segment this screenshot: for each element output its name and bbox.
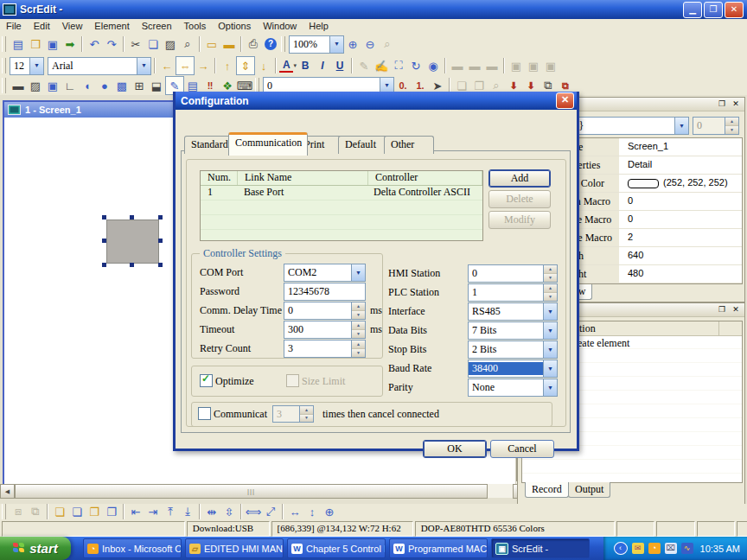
spin-up-icon[interactable]: ▲ bbox=[352, 340, 365, 349]
close-panel-icon[interactable]: ✕ bbox=[731, 99, 741, 109]
align-top-edges-icon[interactable]: ⤒ bbox=[162, 503, 179, 520]
zoom-out-icon[interactable]: ⊖ bbox=[361, 35, 379, 53]
horizontal-scrollbar[interactable]: ◀ ||| ▶ bbox=[0, 484, 527, 498]
horizontal-scroll-thumb[interactable]: ||| bbox=[15, 484, 488, 499]
polyline-icon[interactable]: ∟ bbox=[61, 77, 79, 94]
center-element-icon[interactable]: ◉ bbox=[425, 57, 442, 74]
redo-icon[interactable]: ↷ bbox=[103, 35, 120, 53]
new-icon[interactable]: ▤ bbox=[10, 35, 27, 53]
screen-index-spinner[interactable]: 0 ▲▼ bbox=[693, 117, 739, 135]
data-bits-combobox[interactable]: 7 Bits ▼ bbox=[468, 321, 558, 340]
space-down-icon[interactable]: ⤢ bbox=[262, 503, 279, 520]
zoom-combobox[interactable]: 100% ▼ bbox=[289, 35, 344, 54]
menu-screen[interactable]: Screen bbox=[136, 20, 178, 32]
spin-down-icon[interactable]: ▼ bbox=[300, 415, 313, 423]
dialog-titlebar[interactable]: Configuration ✕ bbox=[176, 92, 577, 110]
close-button[interactable]: ✕ bbox=[725, 2, 744, 18]
help-icon[interactable]: ? bbox=[262, 35, 279, 53]
messenger-icon[interactable]: ∿ bbox=[681, 543, 693, 554]
chevron-down-icon[interactable]: ▼ bbox=[543, 303, 557, 320]
tab-output[interactable]: Output bbox=[568, 482, 610, 498]
hide-icons-chevron-icon[interactable]: ‹ bbox=[614, 542, 628, 555]
minimize-button[interactable]: ▁ bbox=[683, 2, 702, 18]
slash-rectangle-icon[interactable]: ▨ bbox=[27, 77, 44, 94]
button-icon[interactable]: ⬓ bbox=[148, 77, 165, 94]
start-button[interactable]: start bbox=[0, 537, 71, 560]
comm-cancel-spinner[interactable]: 3 ▲▼ bbox=[272, 405, 314, 423]
selection-handle[interactable] bbox=[158, 215, 163, 220]
chevron-down-icon[interactable]: ▼ bbox=[543, 379, 557, 396]
zoom-area-icon[interactable]: ⛶ bbox=[390, 57, 407, 74]
spin-up-icon[interactable]: ▲ bbox=[352, 321, 365, 330]
frame-d-icon[interactable]: ▣ bbox=[508, 57, 525, 74]
center-vertical-icon[interactable]: ⇳ bbox=[220, 503, 238, 520]
zoom-in-icon[interactable]: ⊕ bbox=[344, 35, 361, 53]
comm-delay-spinner[interactable]: 0 ▲▼ bbox=[284, 302, 366, 320]
cut-icon[interactable]: ✂ bbox=[127, 35, 144, 53]
spin-down-icon[interactable]: ▼ bbox=[352, 311, 365, 319]
tab-communication[interactable]: Communication bbox=[228, 132, 308, 156]
align-right-edges-icon[interactable]: ⇥ bbox=[144, 503, 162, 520]
move-left-icon[interactable]: ← bbox=[158, 57, 176, 74]
float-panel-icon[interactable]: ❐ bbox=[717, 99, 727, 109]
com-port-combobox[interactable]: COM2 ▼ bbox=[284, 264, 366, 282]
retry-count-spinner[interactable]: 3 ▲▼ bbox=[284, 340, 366, 358]
spin-up-icon[interactable]: ▲ bbox=[352, 302, 365, 311]
hmi-station-spinner[interactable]: 0 ▲▼ bbox=[468, 264, 558, 283]
taskbar-item-inbox[interactable]: ◔ Inbox - Microsoft O... bbox=[83, 538, 182, 558]
chevron-down-icon[interactable]: ▼ bbox=[29, 58, 43, 74]
dialog-close-icon[interactable]: ✕ bbox=[556, 92, 574, 109]
network-icon[interactable]: ⌧ bbox=[665, 543, 677, 554]
export-screen-icon[interactable]: ▬ bbox=[220, 35, 238, 53]
menu-file[interactable]: File bbox=[0, 20, 28, 32]
spin-down-icon[interactable]: ▼ bbox=[544, 293, 557, 301]
restore-button[interactable]: ❐ bbox=[704, 2, 723, 18]
move-center-v-icon[interactable]: ⇕ bbox=[236, 56, 255, 75]
move-center-h-icon[interactable]: ⇔ bbox=[176, 56, 195, 75]
zoom-actual-icon[interactable]: ⌕ bbox=[379, 35, 396, 53]
taskbar-item-word-2[interactable]: W Programmed MACR... bbox=[389, 538, 488, 558]
spin-up-icon[interactable]: ▲ bbox=[725, 118, 738, 126]
optimize-checkbox[interactable]: ✓ bbox=[200, 374, 213, 387]
underline-icon[interactable]: U bbox=[331, 57, 348, 74]
space-across-icon[interactable]: ⟺ bbox=[245, 503, 262, 520]
comm-cancel-checkbox[interactable] bbox=[198, 407, 211, 420]
spin-up-icon[interactable]: ▲ bbox=[544, 265, 557, 274]
eyedropper-icon[interactable]: ✎ bbox=[355, 57, 373, 74]
chevron-down-icon[interactable]: ▼ bbox=[351, 264, 365, 281]
frame-icon[interactable]: ▣ bbox=[44, 77, 61, 94]
align-bottom-edges-icon[interactable]: ⤓ bbox=[179, 503, 196, 520]
link-table-row[interactable]: 1 Base Port Delta Controller ASCII bbox=[201, 186, 482, 200]
save-icon[interactable]: ▣ bbox=[44, 35, 61, 53]
send-to-back-icon[interactable]: ❏ bbox=[68, 503, 86, 520]
password-field[interactable]: 12345678 bbox=[284, 283, 366, 301]
tab-other[interactable]: Other bbox=[384, 136, 434, 154]
element-macro-icon[interactable]: ✍ bbox=[373, 57, 390, 74]
clock-sync-icon[interactable]: ◔ bbox=[648, 543, 661, 554]
menu-element[interactable]: Element bbox=[88, 20, 135, 32]
spin-up-icon[interactable]: ▲ bbox=[300, 406, 313, 415]
save-as-icon[interactable]: ➡ bbox=[61, 35, 79, 53]
stop-bits-combobox[interactable]: 2 Bits ▼ bbox=[468, 340, 558, 359]
menu-window[interactable]: Window bbox=[257, 20, 303, 32]
bring-forward-icon[interactable]: ❐ bbox=[86, 503, 103, 520]
move-up-icon[interactable]: ↑ bbox=[219, 57, 236, 74]
ungroup-icon[interactable]: ⧉ bbox=[27, 503, 44, 520]
align-left-edges-icon[interactable]: ⇤ bbox=[127, 503, 144, 520]
mail-icon[interactable]: ✉ bbox=[632, 543, 644, 554]
close-panel-icon[interactable]: ✕ bbox=[731, 305, 741, 315]
plc-station-spinner[interactable]: 1 ▲▼ bbox=[468, 283, 558, 302]
spin-down-icon[interactable]: ▼ bbox=[725, 126, 738, 134]
rectangle-icon[interactable]: ▬ bbox=[10, 77, 27, 94]
italic-icon[interactable]: I bbox=[314, 57, 331, 74]
rotate-icon[interactable]: ↻ bbox=[407, 57, 425, 74]
selection-handle[interactable] bbox=[102, 215, 106, 220]
same-width-icon[interactable]: ↔ bbox=[286, 503, 303, 520]
font-size-combobox[interactable]: 12 ▼ bbox=[10, 57, 44, 75]
scroll-left-icon[interactable]: ◀ bbox=[0, 484, 15, 499]
frame-b-icon[interactable]: ▬ bbox=[466, 57, 483, 74]
screen-manager-icon[interactable]: ▭ bbox=[203, 35, 220, 53]
frame-e-icon[interactable]: ▣ bbox=[525, 57, 542, 74]
menu-edit[interactable]: Edit bbox=[28, 20, 56, 32]
selection-handle[interactable] bbox=[102, 263, 106, 267]
